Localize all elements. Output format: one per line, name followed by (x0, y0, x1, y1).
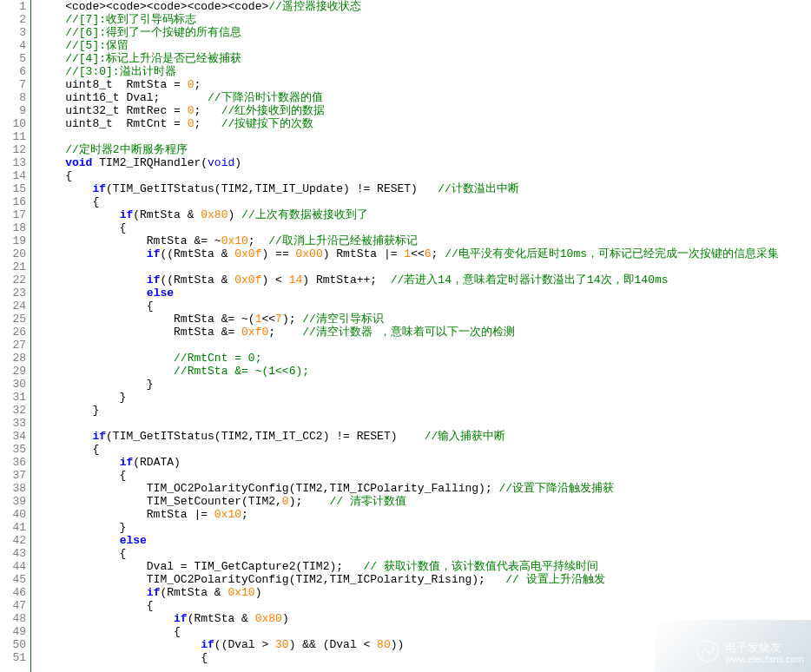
line-number: 40 (0, 508, 26, 521)
code-token: Dval = TIM_GetCapture2(TIM2); (38, 560, 363, 573)
code-token: ) == (261, 247, 295, 260)
line-number: 9 (0, 104, 26, 117)
code-token: 0xf0 (241, 326, 268, 339)
code-token: //清空引导标识 (302, 313, 384, 326)
code-line: if(TIM_GetITStatus(TIM2,TIM_IT_CC2) != R… (38, 430, 779, 443)
code-token: //定时器2中断服务程序 (65, 143, 187, 156)
code-token: else (147, 287, 174, 300)
line-number: 17 (0, 208, 26, 221)
code-line: TIM_OC2PolarityConfig(TIM2,TIM_ICPolarit… (38, 482, 779, 495)
code-line: if(RmtSta & 0x10) (38, 586, 779, 599)
code-line: { (38, 169, 779, 182)
code-line: //[7]:收到了引导码标志 (38, 13, 779, 26)
code-token: //[5]:保留 (65, 39, 129, 52)
line-number: 43 (0, 547, 26, 560)
line-number: 46 (0, 586, 26, 599)
code-line: <code><code><code><code><code>//遥控器接收状态 (38, 0, 779, 13)
code-token: //计数溢出中断 (438, 182, 519, 195)
code-token: if (147, 586, 161, 599)
code-token: (TIM_GetITStatus(TIM2,TIM_IT_Update) != … (106, 182, 438, 195)
line-number: 1 (0, 0, 26, 13)
code-line: else (38, 534, 779, 547)
code-token: ((Dval > (214, 638, 275, 651)
code-token: else (120, 534, 147, 547)
code-line: RmtSta |= 0x10; (38, 508, 779, 521)
line-number: 50 (0, 638, 26, 651)
code-token (38, 0, 65, 13)
line-number: 8 (0, 91, 26, 104)
code-token: //遥控器接收状态 (268, 0, 361, 13)
code-line: } (38, 391, 779, 404)
code-token: if (120, 456, 134, 469)
code-token: ; (241, 508, 248, 521)
line-number: 24 (0, 300, 26, 313)
code-token: //若进入14，意味着定时器计数溢出了14次，即140ms (391, 273, 669, 287)
code-token: if (92, 182, 106, 195)
line-number: 51 (0, 651, 26, 664)
code-token: if (174, 612, 188, 625)
code-token: RmtSta &= ~ (38, 234, 221, 247)
code-token: //清空计数器 ，意味着可以下一次的检测 (302, 326, 514, 339)
code-token (38, 456, 120, 469)
code-token: 0x10 (221, 234, 248, 247)
code-token: if (147, 247, 161, 260)
code-line (38, 130, 779, 143)
code-line (38, 417, 779, 430)
line-number: 45 (0, 573, 26, 586)
code-line: //[3:0]:溢出计时器 (38, 65, 779, 78)
code-token: (TIM_GetITStatus(TIM2,TIM_IT_CC2) != RES… (106, 430, 425, 443)
code-token: uint16_t Dval; (38, 91, 208, 104)
code-line: { (38, 443, 779, 456)
code-token: //取消上升沿已经被捕获标记 (268, 234, 418, 247)
line-number: 44 (0, 560, 26, 573)
code-token: { (38, 651, 208, 664)
code-line: //RmtCnt = 0; (38, 352, 779, 365)
code-token: { (38, 169, 72, 182)
code-token: ); (289, 495, 330, 508)
code-token (38, 26, 65, 39)
code-token: ; (248, 234, 268, 247)
line-number: 11 (0, 130, 26, 143)
line-number: 18 (0, 221, 26, 234)
code-line: { (38, 221, 779, 234)
code-token: ; (194, 104, 221, 117)
code-token: RmtSta |= (38, 508, 214, 521)
line-number: 39 (0, 495, 26, 508)
code-token: ) (227, 208, 241, 221)
code-line: if(RDATA) (38, 456, 779, 469)
code-line: void TIM2_IRQHandler(void) (38, 156, 779, 169)
code-token: if (201, 638, 214, 651)
code-line: RmtSta &= ~(1<<7); //清空引导标识 (38, 313, 779, 326)
code-line: } (38, 404, 779, 417)
code-line: if((RmtSta & 0x0f) == 0x00) RmtSta |= 1<… (38, 247, 779, 260)
line-number: 26 (0, 326, 26, 339)
code-token: //[4]:标记上升沿是否已经被捕获 (65, 52, 241, 65)
code-token: //[7]:收到了引导码标志 (65, 13, 196, 26)
code-token (38, 247, 147, 260)
code-token (38, 52, 65, 65)
logo-icon (696, 639, 720, 667)
line-number: 20 (0, 247, 26, 260)
code-token: // 清零计数值 (329, 495, 406, 508)
code-token (38, 612, 174, 625)
code-token: ; (194, 78, 201, 91)
code-token (38, 352, 174, 365)
line-number: 35 (0, 443, 26, 456)
line-number: 32 (0, 404, 26, 417)
code-token: { (38, 469, 126, 482)
line-number: 6 (0, 65, 26, 78)
code-token: <code><code><code><code><code> (65, 0, 268, 13)
line-number: 37 (0, 469, 26, 482)
line-number: 30 (0, 378, 26, 391)
code-token: )) (391, 638, 405, 651)
code-editor: 1234567891011121314151617181920212223242… (0, 0, 811, 672)
line-number: 4 (0, 39, 26, 52)
code-token: uint8_t RmtSta = (38, 78, 188, 91)
code-line: } (38, 378, 779, 391)
code-token: //设置下降沿触发捕获 (499, 482, 615, 495)
code-token: 0x0f (234, 247, 261, 260)
code-token (38, 287, 147, 300)
code-token: (RmtSta & (160, 586, 227, 599)
code-line: else (38, 287, 779, 300)
code-token: // 设置上升沿触发 (505, 573, 604, 586)
